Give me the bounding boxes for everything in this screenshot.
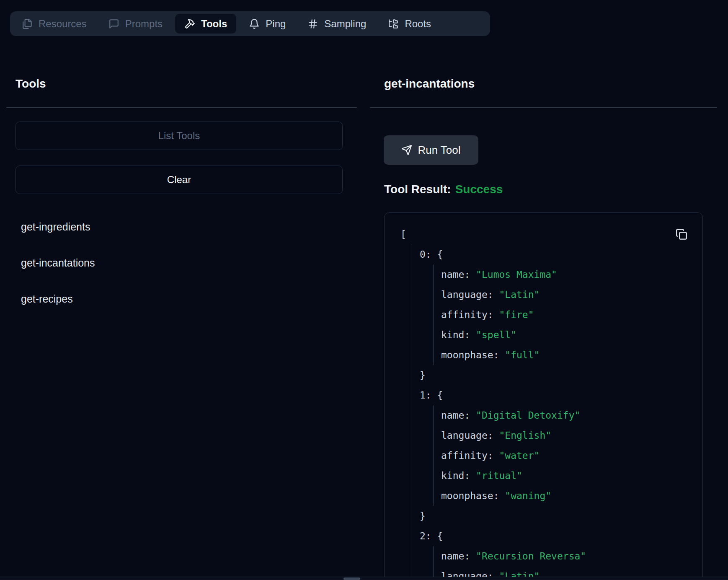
json-line: 0: {	[420, 244, 586, 264]
run-tool-button[interactable]: Run Tool	[384, 135, 478, 165]
json-line: moonphase: "full"	[441, 345, 586, 365]
bell-icon	[249, 18, 260, 29]
json-line: moonphase: "waning"	[441, 486, 586, 506]
json-line: }	[420, 506, 586, 526]
tab-roots[interactable]: Roots	[379, 14, 440, 34]
json-line: name: "Recursion Reversa"	[441, 546, 586, 566]
tool-list-item[interactable]: get-ingredients	[21, 220, 90, 234]
clear-button[interactable]: Clear	[15, 166, 343, 194]
tab-label: Sampling	[324, 18, 366, 30]
send-icon	[401, 145, 412, 155]
left-pane-divider	[6, 107, 357, 108]
files-icon	[22, 18, 33, 29]
tab-tools[interactable]: Tools	[175, 14, 236, 34]
hammer-icon	[184, 18, 195, 29]
json-line: affinity: "fire"	[441, 305, 586, 325]
mcp-inspector-app: ResourcesPromptsToolsPingSamplingRoots T…	[0, 0, 728, 580]
tab-ping[interactable]: Ping	[240, 14, 295, 34]
list-tools-button[interactable]: List Tools	[15, 122, 343, 150]
copy-icon	[676, 228, 687, 240]
json-line: name: "Lumos Maxima"	[441, 264, 586, 285]
tab-resources[interactable]: Resources	[13, 14, 96, 34]
tab-label: Resources	[39, 18, 87, 30]
tool-list-item[interactable]: get-recipes	[21, 292, 73, 306]
copy-button[interactable]	[674, 227, 689, 242]
json-result-tree: [0: {name: "Lumos Maxima"language: "Lati…	[400, 224, 586, 580]
tab-label: Ping	[266, 18, 286, 30]
json-line: name: "Digital Detoxify"	[441, 405, 586, 425]
json-line: }	[420, 365, 586, 385]
hash-icon	[307, 18, 318, 29]
json-line: language: "English"	[441, 425, 586, 445]
json-line: kind: "spell"	[441, 325, 586, 345]
right-pane-title: get-incantations	[384, 77, 475, 91]
folder-tree-icon	[388, 18, 399, 29]
message-square-icon	[108, 18, 119, 29]
left-pane-title: Tools	[15, 77, 46, 91]
tab-sampling[interactable]: Sampling	[298, 14, 375, 34]
horizontal-scrollbar	[0, 577, 728, 580]
tab-label: Tools	[201, 18, 227, 30]
json-line: [	[400, 224, 586, 244]
tool-result-status: Success	[455, 183, 503, 196]
tab-prompts[interactable]: Prompts	[99, 14, 172, 34]
tab-label: Roots	[405, 18, 431, 30]
json-line: 2: {	[420, 526, 586, 546]
tab-bar: ResourcesPromptsToolsPingSamplingRoots	[10, 11, 490, 36]
json-line: kind: "ritual"	[441, 466, 586, 486]
tool-result-line: Tool Result:Success	[384, 182, 503, 197]
tool-result-label: Tool Result:	[384, 183, 451, 196]
tool-result-panel: [0: {name: "Lumos Maxima"language: "Lati…	[384, 212, 703, 580]
right-pane-divider	[370, 107, 717, 108]
run-tool-label: Run Tool	[418, 144, 460, 157]
json-line: affinity: "water"	[441, 445, 586, 466]
json-line: 1: {	[420, 385, 586, 405]
tab-label: Prompts	[125, 18, 163, 30]
tool-list-item[interactable]: get-incantations	[21, 256, 95, 270]
horizontal-scrollbar-thumb[interactable]	[343, 577, 360, 580]
json-line: language: "Latin"	[441, 285, 586, 305]
